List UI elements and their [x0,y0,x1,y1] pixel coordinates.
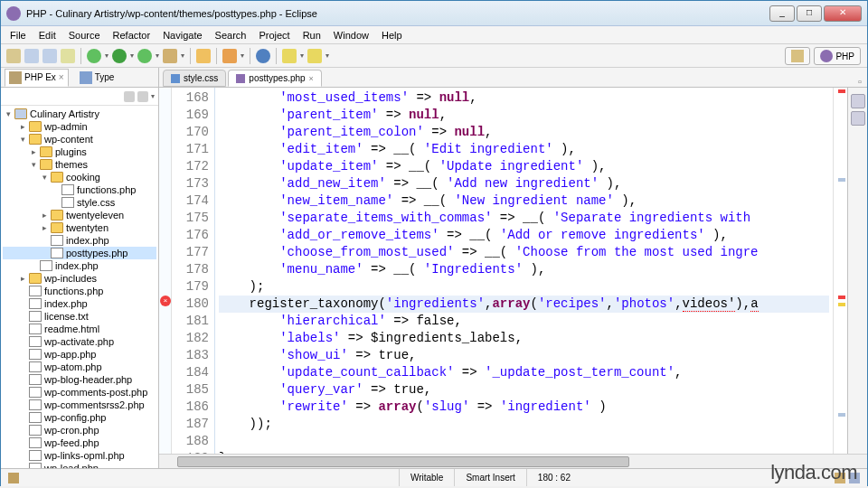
tree-item[interactable]: ▾wp-content [3,133,156,145]
collapse-icon[interactable] [124,91,135,102]
tree-item[interactable]: wp-atom.php [3,361,156,373]
tree-item[interactable]: ▸twentyten [3,221,156,234]
tree-item[interactable]: wp-cron.php [3,424,156,436]
close-button[interactable]: ✕ [824,5,862,22]
outline-view-icon[interactable] [851,94,865,108]
tree-root[interactable]: ▾Culinary Artistry [3,108,156,120]
status-cursor-position: 180 : 62 [526,469,581,486]
error-marker-icon[interactable]: × [160,296,171,306]
run-last-icon[interactable] [137,49,152,63]
back-icon[interactable] [282,49,297,63]
save-all-icon[interactable] [42,49,57,63]
tree-item[interactable]: readme.html [3,323,156,335]
forward-icon[interactable] [307,49,322,63]
fast-view-bar [847,88,867,454]
main-toolbar: ▾ ▾ ▾ ▾ ▾ ▾ ▾ PHP [1,44,867,68]
minimize-button[interactable]: _ [769,5,795,22]
close-tab-icon[interactable]: × [309,74,314,83]
scrollbar-thumb[interactable] [177,456,629,467]
tree-item[interactable]: wp-load.php [3,462,156,468]
overview-ruler[interactable] [833,88,847,454]
code-editor[interactable]: 'most_used_items' => null, 'parent_item'… [215,88,833,454]
menu-run[interactable]: Run [297,28,326,42]
status-icon[interactable] [8,473,19,483]
menu-bar: File Edit Source Refactor Navigate Searc… [1,26,867,44]
line-number-gutter: 1681691701711721731741751761771781791801… [172,88,215,454]
menu-navigate[interactable]: Navigate [157,28,207,42]
tree-item[interactable]: ▸wp-includes [3,272,156,285]
menu-edit[interactable]: Edit [33,28,61,42]
print-icon[interactable] [61,49,75,63]
editor-tab-stylecss[interactable]: style.css [163,70,226,87]
save-icon[interactable] [24,49,39,63]
editor-tab-posttypes[interactable]: posttypes.php × [228,70,322,87]
tree-item[interactable]: ▸wp-admin [3,120,156,133]
tree-item[interactable]: index.php [3,259,156,272]
debug-icon[interactable] [87,49,101,63]
link-editor-icon[interactable] [137,91,148,102]
tree-item[interactable]: functions.php [3,183,156,196]
ext-tools-icon[interactable] [163,49,177,63]
menu-help[interactable]: Help [376,28,408,42]
tree-item[interactable]: license.txt [3,310,156,323]
view-menu-icon[interactable]: ▾ [151,92,155,100]
tree-item[interactable]: wp-blog-header.php [3,373,156,386]
run-icon[interactable] [112,49,127,63]
status-writable: Writable [399,469,455,486]
horizontal-scrollbar[interactable] [159,454,867,468]
maximize-button[interactable]: □ [797,5,822,22]
tree-item[interactable]: wp-commentsrss2.php [3,399,156,411]
tab-type-hierarchy[interactable]: Type [76,70,118,86]
status-insert-mode: Smart Insert [454,469,525,486]
new-icon[interactable] [6,49,21,63]
tree-item[interactable]: wp-activate.php [3,335,156,348]
maximize-editor-icon[interactable]: ▫ [853,76,867,87]
marker-ruler: × [159,88,172,454]
menu-file[interactable]: File [5,28,32,42]
menu-refactor[interactable]: Refactor [108,28,156,42]
tree-item[interactable]: ▾themes [3,158,156,171]
tree-item[interactable]: ▸plugins [3,145,156,158]
tree-item[interactable]: index.php [3,234,156,247]
watermark-text: lynda.com [770,461,857,484]
menu-window[interactable]: Window [328,28,374,42]
menu-source[interactable]: Source [63,28,106,42]
tasks-view-icon[interactable] [851,111,865,126]
tree-item[interactable]: posttypes.php [3,247,156,259]
open-type-icon[interactable] [196,49,211,63]
perspective-php[interactable]: PHP [814,47,861,65]
tree-item[interactable]: wp-links-opml.php [3,449,156,462]
open-perspective-button[interactable] [785,47,810,65]
tree-item[interactable]: wp-comments-post.php [3,386,156,399]
search-icon[interactable] [222,49,237,63]
menu-project[interactable]: Project [253,28,295,42]
tree-item[interactable]: wp-app.php [3,348,156,361]
tree-item[interactable]: index.php [3,297,156,310]
tree-item[interactable]: style.css [3,196,156,209]
window-title: PHP - Culinary Artistry/wp-content/theme… [26,8,769,19]
project-explorer-panel: PHP Ex × Type ▾ ▾Culinary Artistry▸wp-ad… [1,68,159,468]
app-icon [6,6,21,21]
tree-item[interactable]: wp-config.php [3,411,156,424]
file-tree[interactable]: ▾Culinary Artistry▸wp-admin▾wp-content▸p… [1,106,158,468]
tree-item[interactable]: functions.php [3,285,156,297]
tree-item[interactable]: ▾cooking [3,171,156,183]
status-bar: Writable Smart Insert 180 : 62 [1,468,867,486]
nav-icon[interactable] [256,49,270,63]
tree-item[interactable]: ▸twentyeleven [3,209,156,221]
tab-php-explorer[interactable]: PHP Ex × [5,69,69,87]
close-icon[interactable]: × [59,72,64,82]
menu-search[interactable]: Search [210,28,252,42]
editor-tab-bar: style.css posttypes.php × ▫ [159,68,867,88]
tree-item[interactable]: wp-feed.php [3,436,156,449]
window-titlebar: PHP - Culinary Artistry/wp-content/theme… [1,1,867,26]
